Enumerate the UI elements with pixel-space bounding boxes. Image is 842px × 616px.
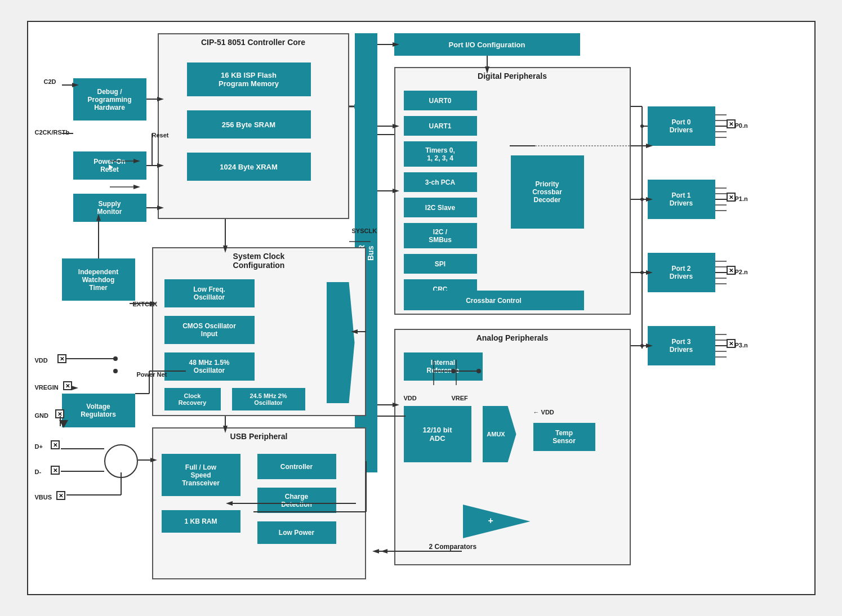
i2c-slave-block: I2C Slave xyxy=(404,198,477,217)
digital-peripherals-section: Digital Peripherals UART0 UART1 Timers 0… xyxy=(394,67,631,315)
digital-title: Digital Peripherals xyxy=(395,72,630,81)
vregin-x: ✕ xyxy=(63,381,72,390)
c2ck-label: C2CK/RSTb xyxy=(35,129,70,136)
cip51-section: CIP-51 8051 Controller Core 16 KB ISP Fl… xyxy=(158,33,349,219)
p2n-x: ✕ xyxy=(727,266,736,275)
power-net-label: Power Net xyxy=(137,371,167,378)
dplus-x: ✕ xyxy=(51,440,60,449)
uart1-block: UART1 xyxy=(404,116,477,136)
p1n-x: ✕ xyxy=(727,193,736,202)
spi-block: SPI xyxy=(404,254,477,274)
dminus-label: D- xyxy=(35,468,42,475)
p2n-label: P2.n xyxy=(735,269,748,275)
i2c-smbus-block: I2C /SMBus xyxy=(404,223,477,248)
clock-mux xyxy=(327,282,355,403)
gnd-arrow xyxy=(59,420,68,428)
vbus-x: ✕ xyxy=(56,491,65,500)
low-power-block: Low Power xyxy=(257,521,336,544)
system-clock-section: System ClockConfiguration Low Freq.Oscil… xyxy=(152,247,366,416)
comparator-plus: + xyxy=(488,516,493,526)
vbus-label: VBUS xyxy=(35,494,52,501)
mhz245-block: 24.5 MHz 2%Oscillator xyxy=(232,388,305,410)
adc-block: 12/10 bitADC xyxy=(404,406,471,462)
sram-block: 256 Byte SRAM xyxy=(187,110,311,139)
gnd-label: GND xyxy=(35,412,48,419)
analog-peripherals-section: Analog Peripherals InternalReference VDD… xyxy=(394,329,631,565)
svg-point-74 xyxy=(640,198,644,201)
port3-drivers: Port 3Drivers xyxy=(648,326,715,365)
system-clock-title: System ClockConfiguration xyxy=(153,252,365,270)
vref-label: VREF xyxy=(452,395,468,401)
low-freq-block: Low Freq.Oscillator xyxy=(164,279,255,307)
cmos-block: CMOS OscillatorInput xyxy=(164,316,255,344)
sysclk-label: SYSCLK xyxy=(352,227,377,234)
controller-block: Controller xyxy=(257,454,336,479)
mhz48-block: 48 MHz 1.5%Oscillator xyxy=(164,352,255,381)
flash-block: 16 KB ISP FlashProgram Memory xyxy=(187,63,311,96)
voltage-regulators: VoltageRegulators xyxy=(62,394,135,427)
svg-marker-61 xyxy=(372,549,379,553)
reset-label: Reset xyxy=(152,132,169,139)
pca-block: 3-ch PCA xyxy=(404,172,477,192)
p1n-label: P1.n xyxy=(735,195,748,202)
internal-ref-block: InternalReference xyxy=(404,352,483,381)
svg-point-64 xyxy=(113,369,118,373)
charge-detection-block: ChargeDetection xyxy=(257,488,336,513)
svg-marker-111 xyxy=(381,549,387,553)
vdd-label: VDD xyxy=(35,357,48,364)
uart0-arrow xyxy=(109,164,113,170)
cip51-title: CIP-51 8051 Controller Core xyxy=(159,38,348,47)
p3n-label: P3.n xyxy=(735,342,748,349)
port1-drivers: Port 1Drivers xyxy=(648,180,715,219)
gnd-x: ✕ xyxy=(55,409,64,418)
svg-point-75 xyxy=(640,271,644,274)
usb-coupling xyxy=(104,444,138,478)
vdd-amux-label: ← VDD xyxy=(533,409,554,416)
port2-drivers: Port 2Drivers xyxy=(648,253,715,292)
usb-title: USB Peripheral xyxy=(153,432,365,441)
supply-monitor: SupplyMonitor xyxy=(73,194,146,222)
vdd-analog-label: VDD xyxy=(404,395,417,401)
p0n-label: P0.n xyxy=(735,122,748,129)
temp-sensor-block: TempSensor xyxy=(533,423,595,451)
port0-drivers: Port 0Drivers xyxy=(648,106,715,146)
comparators-block xyxy=(463,505,531,538)
analog-title: Analog Peripherals xyxy=(395,333,630,342)
svg-point-76 xyxy=(640,344,644,347)
p3n-x: ✕ xyxy=(727,339,736,348)
watchdog-block: IndependentWatchdogTimer xyxy=(62,258,135,301)
port-io-config: Port I/O Configuration xyxy=(394,33,580,56)
timers-block: Timers 0,1, 2, 3, 4 xyxy=(404,141,477,167)
clock-recovery-block: ClockRecovery xyxy=(164,388,221,410)
uart0-block: UART0 xyxy=(404,91,477,110)
c2d-label: C2D xyxy=(44,78,56,85)
p0n-x: ✕ xyxy=(727,119,736,128)
dminus-x: ✕ xyxy=(51,466,60,475)
svg-point-63 xyxy=(113,356,118,361)
xram-block: 1024 Byte XRAM xyxy=(187,153,311,181)
diagram-container: CIP-51 8051 Controller Core 16 KB ISP Fl… xyxy=(27,21,816,595)
svg-point-73 xyxy=(640,124,644,128)
usb-section: USB Peripheral Full / LowSpeedTransceive… xyxy=(152,427,366,579)
svg-marker-43 xyxy=(72,386,78,390)
comparators-label: 2 Comparators xyxy=(429,543,477,551)
extclk-label: EXTCLK xyxy=(133,301,158,307)
debug-block: Debug /ProgrammingHardware xyxy=(73,78,146,120)
priority-crossbar: PriorityCrossbarDecoder xyxy=(511,155,584,229)
usb-ram-block: 1 KB RAM xyxy=(162,510,240,533)
amux-block: AMUX xyxy=(483,406,516,462)
vdd-x: ✕ xyxy=(57,354,66,363)
transceiver-block: Full / LowSpeedTransceiver xyxy=(162,454,240,496)
svg-marker-59 xyxy=(133,185,140,189)
dplus-label: D+ xyxy=(35,443,43,450)
crossbar-control: Crossbar Control xyxy=(404,291,584,310)
vregin-label: VREGIN xyxy=(35,384,59,391)
